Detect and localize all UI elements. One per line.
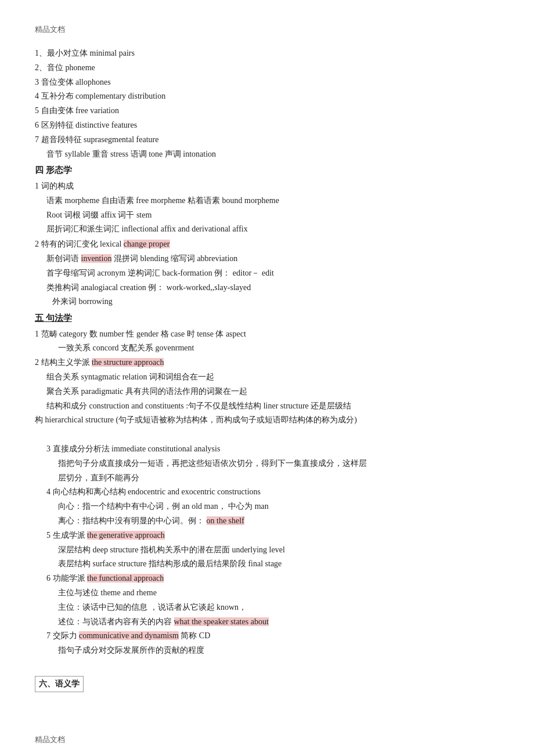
line-29: 层切分，直到不能再分 xyxy=(58,471,499,485)
line-6: 6 区别特征 distinctive features xyxy=(35,118,499,132)
line-41: 指句子成分对交际发展所作的贡献的程度 xyxy=(58,643,499,657)
line-33: 5 生成学派 the generative approach xyxy=(46,529,499,542)
line-blank-1 xyxy=(35,428,499,442)
line-13: 2 特有的词汇变化 lexical change proper xyxy=(35,237,499,251)
highlight-speaker-states: what the speaker states about xyxy=(174,617,269,626)
line-7b: 音节 syllable 重音 stress 语调 tone 声调 intonat… xyxy=(35,147,499,161)
watermark-top: 精品文档 xyxy=(35,23,499,36)
line-7: 7 超音段特征 suprasegmental feature xyxy=(35,133,499,147)
section-6-box: 六、语义学 xyxy=(35,676,84,692)
line-34: 深层结构 deep structure 指机构关系中的潜在层面 underlyi… xyxy=(58,543,499,557)
line-blank-4 xyxy=(35,710,499,724)
line-blank-2 xyxy=(35,658,499,672)
line-12: 屈折词汇和派生词汇 inflectional affix and derivat… xyxy=(35,222,499,236)
line-21: 2 结构主义学派 the structure approach xyxy=(35,356,499,370)
line-27: 3 直接成分分析法 immediate constitutional analy… xyxy=(46,442,499,456)
line-39: 述位：与说话者内容有关的内容 what the speaker states a… xyxy=(58,615,499,629)
line-16: 类推构词 analogiacal creation 例： work-worked… xyxy=(35,281,499,295)
highlight-on-shelf: on the shelf xyxy=(207,516,244,525)
line-19: 1 范畴 category 数 number 性 gender 格 case 时… xyxy=(35,327,499,341)
line-17: 外来词 borrowing xyxy=(52,295,499,309)
line-blank-3 xyxy=(35,696,499,710)
line-20: 一致关系 concord 支配关系 govenrment xyxy=(35,341,499,355)
line-37: 主位与述位 theme and rheme xyxy=(58,586,499,600)
line-32: 离心：指结构中没有明显的中心词。例： on the shelf xyxy=(58,514,499,528)
line-24: 结构和成分 construction and constituents :句子不… xyxy=(35,399,499,413)
line-40: 7 交际力 communicative and dynamism 简称 CD xyxy=(46,629,499,643)
line-4: 4 互补分布 complementary distribution xyxy=(35,89,499,103)
line-38: 主位：谈话中已知的信息 ，说话者从它谈起 known， xyxy=(58,601,499,614)
line-2: 2、音位 phoneme xyxy=(35,61,499,75)
highlight-communicative: communicative and dynamism xyxy=(79,631,179,640)
line-1: 1、最小对立体 minimal pairs xyxy=(35,46,499,60)
highlight-invention: invention xyxy=(81,254,112,263)
highlight-structure-approach: the structure approach xyxy=(92,358,164,367)
line-30: 4 向心结构和离心结构 endocentric and exocentric c… xyxy=(46,485,499,499)
highlight-functional: the functional approach xyxy=(87,574,164,583)
watermark-bottom: 精品文档 xyxy=(35,733,499,746)
line-25: 构 hierarchical structure (句子或短语被称为结构体，而构… xyxy=(35,413,499,427)
line-36: 6 功能学派 the functional approach xyxy=(46,571,499,585)
line-28: 指把句子分成直接成分一短语，再把这些短语依次切分，得到下一集直接成分，这样层 xyxy=(58,457,499,471)
line-23: 聚合关系 paradigmatic 具有共同的语法作用的词聚在一起 xyxy=(35,385,499,399)
highlight-generative: the generative approach xyxy=(87,531,165,540)
line-14: 新创词语 invention 混拼词 blending 缩写词 abbrevia… xyxy=(35,252,499,266)
line-5: 5 自由变体 free variation xyxy=(35,104,499,118)
content-area: 1、最小对立体 minimal pairs 2、音位 phoneme 3 音位变… xyxy=(35,46,499,724)
line-3: 3 音位变体 allophones xyxy=(35,75,499,89)
line-35: 表层结构 surface structure 指结构形成的最后结果阶段 fina… xyxy=(58,557,499,571)
line-9: 1 词的构成 xyxy=(35,179,499,193)
line-11: Root 词根 词缀 affix 词干 stem xyxy=(35,208,499,222)
section-4-header: 四 形态学 xyxy=(35,163,499,178)
line-10: 语素 morpheme 自由语素 free morpheme 粘着语素 boun… xyxy=(35,194,499,208)
line-15: 首字母缩写词 acronym 逆构词汇 back-formation 例： ed… xyxy=(35,266,499,280)
highlight-change-proper: change proper xyxy=(124,240,170,248)
section-5-header: 五 句法学 xyxy=(35,311,499,326)
line-31: 向心：指一个结构中有中心词，例 an old man， 中心为 man xyxy=(58,500,499,513)
line-22: 组合关系 syntagmatic relation 词和词组合在一起 xyxy=(35,370,499,384)
